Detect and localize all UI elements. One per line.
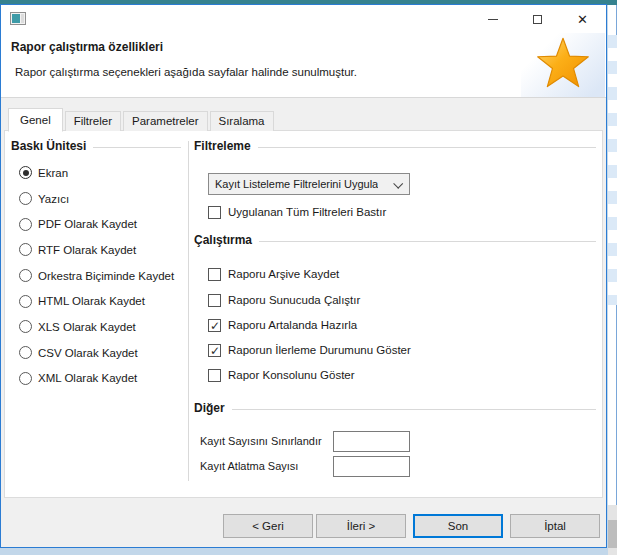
app-icon xyxy=(10,12,26,25)
close-button[interactable]: ✕ xyxy=(560,5,605,33)
checkbox-arsiv[interactable] xyxy=(208,268,221,281)
filter-dropdown-value: Kayıt Listeleme Filtrelerini Uygula xyxy=(215,178,378,190)
checkbox-ilerleme[interactable] xyxy=(208,344,221,357)
radio-row-orkestra[interactable]: Orkestra Biçiminde Kaydet xyxy=(19,263,181,289)
finish-button[interactable]: Son xyxy=(413,514,503,538)
filter-dropdown[interactable]: Kayıt Listeleme Filtrelerini Uygula xyxy=(208,173,410,195)
chevron-down-icon xyxy=(393,179,403,189)
radio-label: Yazıcı xyxy=(38,193,69,205)
checkbox-sunucu[interactable] xyxy=(208,294,221,307)
background-window-rows xyxy=(608,35,617,305)
maximize-button[interactable] xyxy=(515,5,560,33)
print-unit-group: Baskı Ünitesi xyxy=(11,139,181,153)
radio-label: Orkestra Biçiminde Kaydet xyxy=(38,270,174,282)
next-button[interactable]: İleri > xyxy=(316,514,406,538)
wizard-header: Rapor çalıştırma özellikleri Rapor çalış… xyxy=(1,33,606,98)
radio-row-yazici[interactable]: Yazıcı xyxy=(19,186,181,212)
other-label: Diğer xyxy=(194,401,225,415)
running-label: Çalıştırma xyxy=(194,233,252,247)
radio-label: XML Olarak Kaydet xyxy=(38,372,137,384)
cancel-button[interactable]: İptal xyxy=(510,514,600,538)
minimize-button[interactable] xyxy=(470,5,515,33)
background-window-sliver xyxy=(608,5,617,555)
titlebar[interactable]: ✕ xyxy=(1,5,606,33)
checkbox-row-artalan[interactable]: Raporu Artalanda Hazırla xyxy=(208,318,357,332)
radio-row-csv[interactable]: CSV Olarak Kaydet xyxy=(19,340,181,366)
page-title: Rapor çalıştırma özellikleri xyxy=(11,40,163,54)
checkbox-label: Raporu Arşive Kaydet xyxy=(228,268,339,280)
checkbox-bastir[interactable] xyxy=(208,206,221,219)
radio-rtf[interactable] xyxy=(19,243,32,256)
checkbox-row-bastir[interactable]: Uygulanan Tüm Filtreleri Bastır xyxy=(208,205,386,219)
checkbox-label: Raporu Sunucuda Çalıştır xyxy=(228,294,360,306)
wizard-image xyxy=(521,33,605,97)
skip-records-input[interactable] xyxy=(333,456,410,477)
checkbox-row-ilerleme[interactable]: Raporun İlerleme Durumunu Göster xyxy=(208,343,411,357)
radio-row-rtf[interactable]: RTF Olarak Kaydet xyxy=(19,237,181,263)
tab-panel-genel: Baskı Ünitesi Ekran Yazıcı PDF Olarak Ka… xyxy=(4,130,603,498)
back-button[interactable]: < Geri xyxy=(223,514,313,538)
radio-label: CSV Olarak Kaydet xyxy=(38,347,138,359)
group-line xyxy=(93,147,181,148)
field-row-limit: Kayıt Sayısını Sınırlandır xyxy=(200,431,596,452)
radio-label: XLS Olarak Kaydet xyxy=(38,321,136,333)
radio-label: PDF Olarak Kaydet xyxy=(38,218,137,230)
tab-bar: Genel Filtreler Parametreler Sıralama xyxy=(8,106,276,131)
caption-buttons: ✕ xyxy=(470,5,605,33)
column-divider xyxy=(188,141,189,481)
radio-row-pdf[interactable]: PDF Olarak Kaydet xyxy=(19,211,181,237)
group-title-print-unit: Baskı Ünitesi xyxy=(11,139,181,153)
radio-row-html[interactable]: HTML Olarak Kaydet xyxy=(19,288,181,314)
checkbox-artalan[interactable] xyxy=(208,319,221,332)
radio-yazici[interactable] xyxy=(19,192,32,205)
filtering-label: Filtreleme xyxy=(194,139,251,153)
checkbox-label: Uygulanan Tüm Filtreleri Bastır xyxy=(228,206,386,218)
radio-label: HTML Olarak Kaydet xyxy=(38,295,145,307)
maximize-icon xyxy=(533,15,542,24)
limit-records-input[interactable] xyxy=(333,431,410,452)
checkbox-label: Raporu Artalanda Hazırla xyxy=(228,319,357,331)
group-line xyxy=(259,241,596,242)
radio-row-xml[interactable]: XML Olarak Kaydet xyxy=(19,366,181,392)
checkbox-label: Raporun İlerleme Durumunu Göster xyxy=(228,344,411,356)
checkbox-label: Rapor Konsolunu Göster xyxy=(228,369,355,381)
star-icon xyxy=(534,36,592,94)
group-line xyxy=(258,147,596,148)
group-title-filtering: Filtreleme xyxy=(194,139,596,153)
close-icon: ✕ xyxy=(577,13,588,26)
screen: ✕ Rapor çalıştırma özellikleri Rapor çal… xyxy=(0,0,617,555)
tab-filtreler[interactable]: Filtreler xyxy=(65,111,121,131)
background-window-button-fragment xyxy=(608,520,617,548)
radio-row-ekran[interactable]: Ekran xyxy=(19,160,181,186)
minimize-icon xyxy=(488,19,498,20)
tab-parametreler[interactable]: Parametreler xyxy=(123,111,207,131)
checkbox-konsol[interactable] xyxy=(208,369,221,382)
skip-records-label: Kayıt Atlatma Sayısı xyxy=(200,460,298,472)
radio-xml[interactable] xyxy=(19,372,32,385)
radio-orkestra[interactable] xyxy=(19,269,32,282)
checkbox-row-arsiv[interactable]: Raporu Arşive Kaydet xyxy=(208,267,339,281)
page-subtitle: Rapor çalıştırma seçenekleri aşağıda say… xyxy=(15,66,357,78)
tab-genel[interactable]: Genel xyxy=(8,108,63,132)
radio-csv[interactable] xyxy=(19,346,32,359)
checkbox-row-sunucu[interactable]: Raporu Sunucuda Çalıştır xyxy=(208,293,360,307)
field-row-skip: Kayıt Atlatma Sayısı xyxy=(200,456,596,477)
group-line xyxy=(232,409,596,410)
radio-label: Ekran xyxy=(38,167,68,179)
radio-row-xls[interactable]: XLS Olarak Kaydet xyxy=(19,314,181,340)
limit-records-label: Kayıt Sayısını Sınırlandır xyxy=(200,435,322,447)
print-unit-options: Ekran Yazıcı PDF Olarak Kaydet RTF Olara… xyxy=(19,160,181,391)
radio-xls[interactable] xyxy=(19,320,32,333)
group-title-running: Çalıştırma xyxy=(194,233,596,247)
tab-siralama[interactable]: Sıralama xyxy=(210,111,274,131)
print-unit-label: Baskı Ünitesi xyxy=(11,139,86,153)
radio-ekran[interactable] xyxy=(19,166,32,179)
checkbox-row-konsol[interactable]: Rapor Konsolunu Göster xyxy=(208,368,355,382)
radio-html[interactable] xyxy=(19,295,32,308)
group-title-other: Diğer xyxy=(194,401,596,415)
report-run-properties-dialog: ✕ Rapor çalıştırma özellikleri Rapor çal… xyxy=(0,4,607,548)
radio-label: RTF Olarak Kaydet xyxy=(38,244,136,256)
radio-pdf[interactable] xyxy=(19,218,32,231)
